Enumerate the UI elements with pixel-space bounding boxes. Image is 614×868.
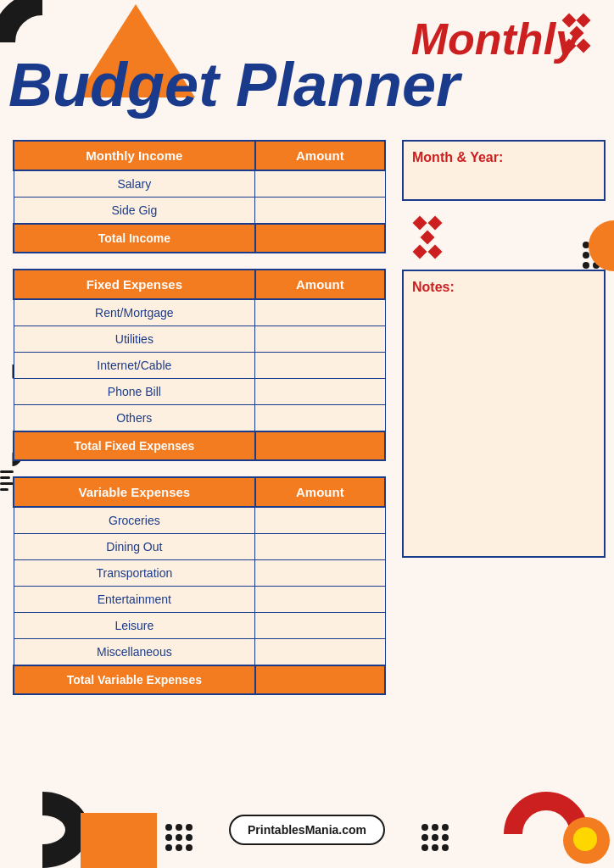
fixed-header-amount: Amount: [255, 270, 385, 299]
fixed-total-amount[interactable]: [255, 431, 385, 460]
income-table: Monthly Income Amount Salary Side Gig To…: [13, 140, 386, 253]
month-year-box[interactable]: Month & Year:: [402, 140, 606, 201]
month-year-label: Month & Year:: [412, 150, 595, 165]
groceries-label: Groceries: [14, 507, 255, 534]
deco-red-diamonds-mid: [415, 218, 606, 257]
website-badge: PrintablesMania.com: [229, 815, 385, 845]
table-row: Groceries: [14, 507, 385, 534]
phonebill-amount[interactable]: [255, 379, 385, 405]
deco-bottom-right: [512, 792, 614, 868]
others-amount[interactable]: [255, 405, 385, 432]
variable-header-row: Variable Expenses Amount: [14, 477, 385, 507]
table-row: Leisure: [14, 613, 385, 639]
transportation-amount[interactable]: [255, 560, 385, 587]
internet-amount[interactable]: [255, 353, 385, 379]
transportation-label: Transportation: [14, 560, 255, 587]
variable-expenses-table: Variable Expenses Amount Groceries Dinin…: [13, 476, 386, 695]
salary-label: Salary: [14, 170, 255, 198]
notes-box[interactable]: Notes:: [402, 270, 606, 558]
utilities-amount[interactable]: [255, 326, 385, 353]
variable-total-row: Total Variable Expenses: [14, 665, 385, 694]
fixed-header-row: Fixed Expenses Amount: [14, 270, 385, 299]
income-header-label: Monthly Income: [14, 141, 255, 170]
rent-label: Rent/Mortgage: [14, 299, 255, 326]
income-header-amount: Amount: [255, 141, 385, 170]
table-row: Entertainment: [14, 587, 385, 613]
variable-total-amount[interactable]: [255, 665, 385, 694]
fixed-expenses-table: Fixed Expenses Amount Rent/Mortgage Util…: [13, 269, 386, 461]
website-text: PrintablesMania.com: [248, 823, 366, 837]
table-row: Salary: [14, 170, 385, 198]
deco-bottom-orange-rect: [81, 813, 157, 868]
table-row: Side Gig: [14, 198, 385, 225]
utilities-label: Utilities: [14, 326, 255, 353]
sidegig-amount[interactable]: [255, 198, 385, 225]
variable-header-label: Variable Expenses: [14, 477, 255, 507]
variable-header-amount: Amount: [255, 477, 385, 507]
entertainment-label: Entertainment: [14, 587, 255, 613]
phonebill-label: Phone Bill: [14, 379, 255, 405]
groceries-amount[interactable]: [255, 507, 385, 534]
variable-total-label: Total Variable Expenses: [14, 665, 255, 694]
deco-bottom-dots-right: [421, 824, 449, 851]
deco-yellow-circle-sm: [573, 827, 597, 851]
table-row: Transportation: [14, 560, 385, 587]
others-label: Others: [14, 405, 255, 432]
dining-amount[interactable]: [255, 534, 385, 560]
table-row: Utilities: [14, 326, 385, 353]
salary-amount[interactable]: [255, 170, 385, 198]
table-row: Phone Bill: [14, 379, 385, 405]
income-total-label: Total Income: [14, 224, 255, 253]
entertainment-amount[interactable]: [255, 587, 385, 613]
dining-label: Dining Out: [14, 534, 255, 560]
table-row: Internet/Cable: [14, 353, 385, 379]
left-column: Monthly Income Amount Salary Side Gig To…: [13, 140, 386, 710]
right-column: Month & Year: Notes:: [402, 140, 606, 558]
miscellaneous-label: Miscellaneous: [14, 639, 255, 666]
table-row: Rent/Mortgage: [14, 299, 385, 326]
income-total-row: Total Income: [14, 224, 385, 253]
deco-bottom-left-black: [0, 792, 89, 868]
table-row: Dining Out: [14, 534, 385, 560]
sidegig-label: Side Gig: [14, 198, 255, 225]
income-total-amount[interactable]: [255, 224, 385, 253]
leisure-label: Leisure: [14, 613, 255, 639]
fixed-header-label: Fixed Expenses: [14, 270, 255, 299]
table-row: Others: [14, 405, 385, 432]
page-header: Monthly Budget Planner: [0, 8, 614, 115]
bottom-bar: PrintablesMania.com: [0, 792, 614, 868]
rent-amount[interactable]: [255, 299, 385, 326]
miscellaneous-amount[interactable]: [255, 639, 385, 666]
internet-label: Internet/Cable: [14, 353, 255, 379]
fixed-total-label: Total Fixed Expenses: [14, 431, 255, 460]
fixed-total-row: Total Fixed Expenses: [14, 431, 385, 460]
deco-bottom-dots-left: [165, 824, 193, 851]
leisure-amount[interactable]: [255, 613, 385, 639]
table-row: Miscellaneous: [14, 639, 385, 666]
notes-label: Notes:: [412, 280, 595, 295]
income-header-row: Monthly Income Amount: [14, 141, 385, 170]
